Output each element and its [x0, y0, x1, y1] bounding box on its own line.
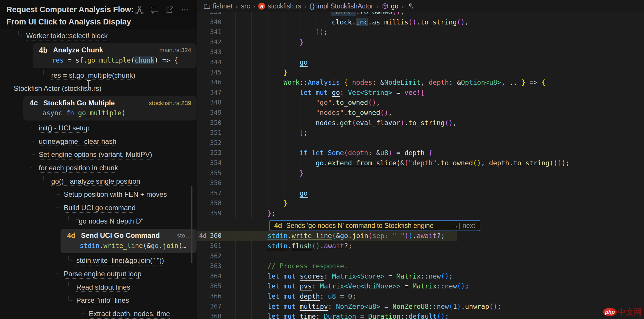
code-token: (	[457, 282, 461, 290]
tree-item[interactable]: res = sf.go_multiple(chunk)	[0, 69, 197, 82]
code-text: if let Some(depth: &u8) = depth {	[300, 148, 433, 158]
code-token	[424, 149, 429, 157]
indent-guide	[235, 168, 236, 178]
more-icon[interactable]	[180, 5, 190, 15]
tree-item[interactable]: for each position in chunk	[0, 161, 197, 175]
breadcrumb-segment[interactable]: fishnet	[204, 2, 233, 10]
tree-item[interactable]: Set engine options (variant, MultiPV)	[0, 148, 197, 161]
tree-item[interactable]: Worker tokio::select! block	[0, 29, 197, 42]
code-token: .	[437, 159, 441, 167]
hierarchy-icon[interactable]	[135, 5, 144, 15]
code-token: let	[268, 293, 280, 300]
breadcrumb-segment[interactable]: { }impl StockfishActor	[309, 2, 373, 10]
code-line-350: 350nodes.get(eval_flavor).to_string(),	[197, 118, 644, 128]
code-text: go.extend_from_slice(&["depth".to_owned(…	[316, 158, 570, 168]
code-editor[interactable]: fishnet›src›Rstockfish.rs›{ }impl Stockf…	[197, 0, 644, 319]
code-token: Analysis	[308, 79, 340, 86]
code-token: .	[416, 18, 420, 26]
code-token: chunk	[135, 56, 154, 64]
line-number: 340	[197, 17, 222, 27]
code-token: time	[300, 313, 316, 319]
tree-item-label: Parse "info" lines	[76, 296, 129, 304]
code-token: to_owned	[441, 159, 473, 167]
code-token: let	[312, 149, 324, 157]
tree-item[interactable]: Build UCI go command	[0, 201, 197, 215]
code-token: (	[408, 18, 413, 26]
tree-item[interactable]: Parse engine output loop	[0, 267, 197, 281]
tree-item[interactable]: stdin.write_line(&go.join(" "))	[0, 254, 197, 267]
tree-item[interactable]: init() - UCI setup	[0, 121, 197, 135]
card-file-ref[interactable]: sto…	[177, 232, 191, 239]
breadcrumb-segment[interactable]	[407, 2, 415, 10]
code-token: sep:	[372, 232, 392, 240]
code-token: new	[437, 303, 449, 310]
tree-item[interactable]: Read stdout lines	[0, 281, 197, 294]
code-text: }	[300, 168, 304, 178]
code-token: ]	[316, 28, 320, 36]
indent-guide	[268, 118, 268, 128]
code-token: depth	[489, 159, 509, 167]
line-number: 346	[197, 77, 222, 88]
indent-guide	[235, 281, 236, 291]
code-line-349: 349"nodes".to_owned(),	[197, 108, 644, 118]
sidebar-scrollbar[interactable]	[191, 186, 192, 263]
tree-item[interactable]: "go nodes N depth D"	[0, 215, 197, 228]
indent-guide	[251, 302, 252, 312]
tree-item[interactable]: Stockfish Actor (stockfish.rs)	[0, 82, 197, 95]
tree-item[interactable]: Parse "info" lines	[0, 294, 197, 307]
tree-item[interactable]: Setup position with FEN + moves	[0, 188, 197, 201]
indent-guide	[284, 168, 284, 178]
breadcrumb-segment[interactable]: go	[382, 2, 399, 10]
code-token: }	[300, 38, 304, 46]
tree-connector	[43, 176, 47, 181]
indent-guide	[251, 12, 252, 17]
code-area[interactable]: 339"binc".to_owned(),340clock.inc.as_mil…	[197, 12, 644, 319]
code-token: .	[320, 242, 324, 250]
folder-icon	[204, 3, 210, 10]
tree-item[interactable]: Extract depth, nodes, time	[0, 307, 197, 319]
breadcrumb-label: src	[241, 2, 250, 10]
indent-guide	[300, 27, 300, 37]
indent-guide	[235, 57, 236, 68]
breadcrumb-segment[interactable]: src	[241, 2, 250, 10]
code-token: &	[147, 242, 151, 249]
code-token: =	[356, 313, 368, 319]
indent-guide	[251, 27, 252, 37]
line-number: 357	[197, 188, 222, 199]
flow-card-4c[interactable]: 4cStockfish Go Multiplestockfish.rs:239a…	[23, 96, 197, 120]
code-token: if	[300, 149, 308, 157]
code-text: let mut multipv: NonZero<u8> = NonZeroU8…	[268, 302, 501, 312]
code-token: mut	[284, 303, 296, 310]
code-token: write_line	[103, 242, 143, 249]
share-icon[interactable]	[165, 5, 174, 15]
flow-card-4d[interactable]: 4dSend UCI Go Commandsto…stdin.write_lin…	[61, 229, 197, 253]
code-text: nodes.get(eval_flavor).to_string(),	[316, 118, 457, 128]
indent-guide	[251, 241, 252, 251]
code-token: vec!	[404, 89, 420, 96]
code-token: (	[445, 119, 449, 127]
tree-connector	[56, 190, 60, 195]
breadcrumb-segment[interactable]: Rstockfish.rs	[258, 2, 301, 10]
code-token: u8	[380, 149, 388, 157]
comment-icon[interactable]	[150, 5, 159, 15]
annotation-next-button[interactable]: →| next	[452, 222, 475, 230]
code-token: Work	[284, 79, 300, 86]
code-token: let	[268, 272, 280, 280]
code-token: =	[64, 56, 76, 64]
flow-card-4b[interactable]: 4bAnalyze Chunkmain.rs:324res = sf.go_mu…	[33, 43, 197, 68]
indent-guide	[235, 231, 236, 241]
code-text: let mut time: Duration = Duration::defau…	[268, 311, 449, 319]
code-token: get	[340, 119, 352, 127]
tree-item[interactable]: go() - analyze single position	[0, 175, 197, 188]
tree-item[interactable]: ucinewgame - clear hash	[0, 135, 197, 148]
code-token: }	[521, 79, 526, 86]
code-token: await	[324, 242, 344, 250]
card-file-ref[interactable]: stockfish.rs:239	[149, 100, 191, 107]
indent-guide	[251, 138, 252, 148]
indent-guide	[235, 12, 236, 17]
card-file-ref[interactable]: main.rs:324	[159, 47, 191, 54]
indent-guide	[251, 88, 252, 98]
vscode-window: { "panel": { "title_line1": "Request Com…	[0, 0, 644, 319]
tree-item-label: stdin.write_line(&go.join(" "))	[76, 256, 164, 265]
code-token: ::	[429, 303, 437, 310]
